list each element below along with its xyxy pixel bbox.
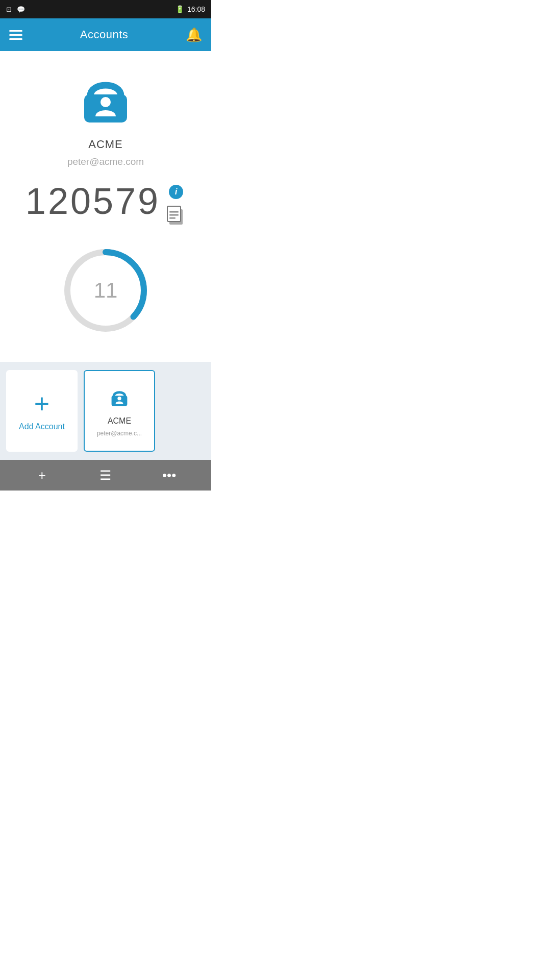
bottom-more-button[interactable]: •••: [157, 463, 182, 487]
acme-logo-icon: [108, 385, 131, 412]
bottom-nav: + ☰ •••: [0, 460, 211, 491]
otp-code: 120579: [26, 183, 160, 219]
acme-account-tile[interactable]: ACME peter@acme.c...: [84, 370, 155, 452]
main-content: ACME peter@acme.com 120579 i 11: [0, 51, 211, 362]
account-bar: + Add Account ACME peter@acme.c...: [0, 362, 211, 460]
timer-container: 11: [60, 244, 152, 336]
time-display: 16:08: [187, 5, 205, 13]
account-name: ACME: [88, 138, 123, 151]
menu-button[interactable]: [9, 30, 22, 40]
svg-rect-3: [167, 206, 181, 222]
screen-record-icon: ⊡: [6, 6, 12, 13]
notification-button[interactable]: 🔔: [186, 27, 202, 43]
app-logo: [75, 66, 136, 128]
info-button[interactable]: i: [169, 185, 183, 199]
battery-icon: 🔋: [176, 5, 184, 13]
svg-rect-5: [169, 214, 179, 216]
add-plus-icon: +: [34, 390, 49, 417]
add-account-label: Add Account: [19, 422, 65, 431]
otp-action-icons: i: [166, 183, 186, 229]
svg-point-1: [101, 97, 111, 107]
copy-button[interactable]: [166, 204, 186, 229]
page-title: Accounts: [80, 28, 129, 41]
add-account-tile[interactable]: + Add Account: [6, 370, 78, 452]
status-icons-right: 🔋 16:08: [176, 5, 205, 13]
app-header: Accounts 🔔: [0, 18, 211, 51]
message-icon: 💬: [17, 6, 25, 13]
svg-rect-4: [169, 211, 179, 213]
acme-tile-email: peter@acme.c...: [97, 430, 142, 437]
bottom-list-button[interactable]: ☰: [93, 463, 118, 487]
timer-value: 11: [94, 278, 118, 303]
bottom-add-button[interactable]: +: [30, 463, 54, 487]
svg-rect-6: [169, 217, 176, 219]
svg-point-10: [117, 397, 121, 400]
status-bar: ⊡ 💬 🔋 16:08: [0, 0, 211, 18]
status-icons-left: ⊡ 💬: [6, 6, 25, 13]
otp-area: 120579 i: [26, 183, 186, 229]
account-email: peter@acme.com: [67, 156, 144, 167]
acme-tile-name: ACME: [108, 416, 131, 426]
